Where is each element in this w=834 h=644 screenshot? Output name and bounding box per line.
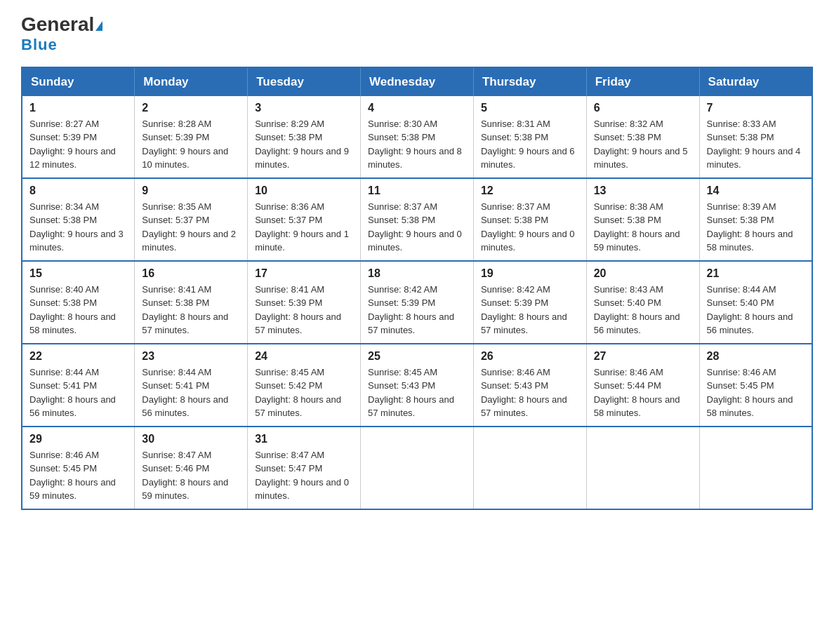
sunrise-label: Sunrise: 8:42 AM xyxy=(481,284,550,295)
calendar-cell: 30 Sunrise: 8:47 AM Sunset: 5:46 PM Dayl… xyxy=(135,427,248,509)
day-number: 22 xyxy=(29,350,127,363)
daylight-label: Daylight: 8 hours and 58 minutes. xyxy=(594,394,680,419)
sunset-label: Sunset: 5:41 PM xyxy=(142,380,209,391)
sunrise-label: Sunrise: 8:41 AM xyxy=(142,284,211,295)
sunrise-label: Sunrise: 8:40 AM xyxy=(29,284,99,295)
daylight-label: Daylight: 9 hours and 5 minutes. xyxy=(594,146,688,170)
sunset-label: Sunset: 5:38 PM xyxy=(142,297,209,308)
day-info: Sunrise: 8:28 AM Sunset: 5:39 PM Dayligh… xyxy=(142,117,240,172)
daylight-label: Daylight: 8 hours and 56 minutes. xyxy=(707,311,793,336)
day-info: Sunrise: 8:38 AM Sunset: 5:38 PM Dayligh… xyxy=(594,200,692,255)
sunrise-label: Sunrise: 8:47 AM xyxy=(255,450,324,460)
sunrise-label: Sunrise: 8:31 AM xyxy=(481,119,550,129)
sunrise-label: Sunrise: 8:32 AM xyxy=(594,119,663,129)
sunset-label: Sunset: 5:44 PM xyxy=(594,380,661,391)
calendar-table: SundayMondayTuesdayWednesdayThursdayFrid… xyxy=(21,67,813,510)
sunrise-label: Sunrise: 8:44 AM xyxy=(707,284,776,295)
day-number: 21 xyxy=(707,267,805,280)
calendar-cell: 27 Sunrise: 8:46 AM Sunset: 5:44 PM Dayl… xyxy=(586,344,699,427)
sunrise-label: Sunrise: 8:46 AM xyxy=(29,450,99,460)
calendar-cell: 12 Sunrise: 8:37 AM Sunset: 5:38 PM Dayl… xyxy=(473,178,586,261)
calendar-cell: 25 Sunrise: 8:45 AM Sunset: 5:43 PM Dayl… xyxy=(361,344,474,427)
day-number: 29 xyxy=(29,433,127,445)
header-day-tuesday: Tuesday xyxy=(248,67,361,96)
day-number: 10 xyxy=(255,185,353,197)
sunset-label: Sunset: 5:39 PM xyxy=(481,297,548,308)
day-info: Sunrise: 8:47 AM Sunset: 5:46 PM Dayligh… xyxy=(142,448,240,503)
day-number: 19 xyxy=(481,267,579,280)
day-info: Sunrise: 8:45 AM Sunset: 5:43 PM Dayligh… xyxy=(368,365,466,420)
calendar-cell: 20 Sunrise: 8:43 AM Sunset: 5:40 PM Dayl… xyxy=(586,261,699,344)
daylight-label: Daylight: 9 hours and 8 minutes. xyxy=(368,146,462,170)
day-info: Sunrise: 8:47 AM Sunset: 5:47 PM Dayligh… xyxy=(255,448,353,503)
sunset-label: Sunset: 5:39 PM xyxy=(29,132,97,142)
day-number: 9 xyxy=(142,185,240,197)
header-day-friday: Friday xyxy=(586,67,699,96)
day-number: 27 xyxy=(594,350,692,363)
calendar-cell: 31 Sunrise: 8:47 AM Sunset: 5:47 PM Dayl… xyxy=(248,427,361,509)
daylight-label: Daylight: 9 hours and 4 minutes. xyxy=(707,146,801,170)
calendar-cell: 23 Sunrise: 8:44 AM Sunset: 5:41 PM Dayl… xyxy=(135,344,248,427)
calendar-cell: 11 Sunrise: 8:37 AM Sunset: 5:38 PM Dayl… xyxy=(361,178,474,261)
sunset-label: Sunset: 5:38 PM xyxy=(368,215,435,225)
day-info: Sunrise: 8:27 AM Sunset: 5:39 PM Dayligh… xyxy=(29,117,127,172)
day-number: 16 xyxy=(142,267,240,280)
daylight-label: Daylight: 9 hours and 3 minutes. xyxy=(29,229,124,253)
calendar-cell: 22 Sunrise: 8:44 AM Sunset: 5:41 PM Dayl… xyxy=(22,344,135,427)
calendar-cell: 10 Sunrise: 8:36 AM Sunset: 5:37 PM Dayl… xyxy=(248,178,361,261)
sunset-label: Sunset: 5:42 PM xyxy=(255,380,322,391)
calendar-cell: 26 Sunrise: 8:46 AM Sunset: 5:43 PM Dayl… xyxy=(473,344,586,427)
daylight-label: Daylight: 8 hours and 56 minutes. xyxy=(29,394,116,419)
sunrise-label: Sunrise: 8:41 AM xyxy=(255,284,324,295)
week-row-1: 1 Sunrise: 8:27 AM Sunset: 5:39 PM Dayli… xyxy=(22,96,812,178)
calendar-cell: 17 Sunrise: 8:41 AM Sunset: 5:39 PM Dayl… xyxy=(248,261,361,344)
daylight-label: Daylight: 8 hours and 58 minutes. xyxy=(707,229,793,253)
day-info: Sunrise: 8:42 AM Sunset: 5:39 PM Dayligh… xyxy=(368,283,466,337)
calendar-cell xyxy=(473,427,586,509)
day-info: Sunrise: 8:41 AM Sunset: 5:38 PM Dayligh… xyxy=(142,283,240,337)
sunset-label: Sunset: 5:38 PM xyxy=(594,215,661,225)
sunrise-label: Sunrise: 8:47 AM xyxy=(142,450,211,460)
day-number: 23 xyxy=(142,350,240,363)
sunrise-label: Sunrise: 8:38 AM xyxy=(594,201,663,212)
header-day-saturday: Saturday xyxy=(699,67,812,96)
day-info: Sunrise: 8:34 AM Sunset: 5:38 PM Dayligh… xyxy=(29,200,127,255)
day-number: 4 xyxy=(368,102,466,114)
calendar-cell: 29 Sunrise: 8:46 AM Sunset: 5:45 PM Dayl… xyxy=(22,427,135,509)
day-info: Sunrise: 8:43 AM Sunset: 5:40 PM Dayligh… xyxy=(594,283,692,337)
day-number: 26 xyxy=(481,350,579,363)
daylight-label: Daylight: 8 hours and 57 minutes. xyxy=(368,311,454,336)
day-info: Sunrise: 8:32 AM Sunset: 5:38 PM Dayligh… xyxy=(594,117,692,172)
sunset-label: Sunset: 5:37 PM xyxy=(255,215,322,225)
daylight-label: Daylight: 8 hours and 57 minutes. xyxy=(255,394,341,419)
sunrise-label: Sunrise: 8:45 AM xyxy=(368,367,437,377)
week-row-5: 29 Sunrise: 8:46 AM Sunset: 5:45 PM Dayl… xyxy=(22,427,812,509)
calendar-cell: 9 Sunrise: 8:35 AM Sunset: 5:37 PM Dayli… xyxy=(135,178,248,261)
daylight-label: Daylight: 9 hours and 6 minutes. xyxy=(481,146,575,170)
sunset-label: Sunset: 5:45 PM xyxy=(707,380,774,391)
day-info: Sunrise: 8:35 AM Sunset: 5:37 PM Dayligh… xyxy=(142,200,240,255)
sunset-label: Sunset: 5:39 PM xyxy=(255,297,322,308)
day-number: 24 xyxy=(255,350,353,363)
day-info: Sunrise: 8:45 AM Sunset: 5:42 PM Dayligh… xyxy=(255,365,353,420)
daylight-label: Daylight: 8 hours and 57 minutes. xyxy=(481,394,567,419)
daylight-label: Daylight: 8 hours and 56 minutes. xyxy=(594,311,680,336)
logo-blue-text: Blue xyxy=(21,36,58,54)
sunrise-label: Sunrise: 8:44 AM xyxy=(29,367,99,377)
logo-triangle-icon xyxy=(95,21,102,31)
daylight-label: Daylight: 8 hours and 57 minutes. xyxy=(481,311,567,336)
daylight-label: Daylight: 8 hours and 56 minutes. xyxy=(142,394,228,419)
sunset-label: Sunset: 5:38 PM xyxy=(368,132,435,142)
sunset-label: Sunset: 5:38 PM xyxy=(255,132,322,142)
sunrise-label: Sunrise: 8:27 AM xyxy=(29,119,99,129)
daylight-label: Daylight: 8 hours and 58 minutes. xyxy=(707,394,793,419)
calendar-cell: 24 Sunrise: 8:45 AM Sunset: 5:42 PM Dayl… xyxy=(248,344,361,427)
header-day-thursday: Thursday xyxy=(473,67,586,96)
calendar-cell: 4 Sunrise: 8:30 AM Sunset: 5:38 PM Dayli… xyxy=(361,96,474,178)
sunset-label: Sunset: 5:45 PM xyxy=(29,463,97,474)
day-info: Sunrise: 8:46 AM Sunset: 5:45 PM Dayligh… xyxy=(707,365,805,420)
calendar-cell: 7 Sunrise: 8:33 AM Sunset: 5:38 PM Dayli… xyxy=(699,96,812,178)
day-number: 28 xyxy=(707,350,805,363)
calendar-cell: 5 Sunrise: 8:31 AM Sunset: 5:38 PM Dayli… xyxy=(473,96,586,178)
calendar-cell: 19 Sunrise: 8:42 AM Sunset: 5:39 PM Dayl… xyxy=(473,261,586,344)
